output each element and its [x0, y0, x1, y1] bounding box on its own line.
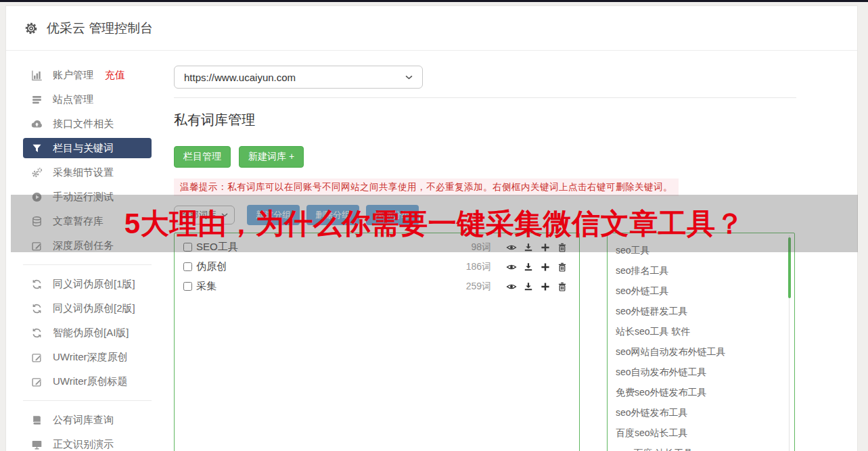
divider [174, 97, 796, 98]
chevron-down-icon [405, 75, 413, 80]
refresh-icon [31, 327, 43, 339]
sidebar-divider [23, 264, 152, 265]
sidebar-item-interface-files[interactable]: 接口文件相关 [6, 112, 168, 136]
keyword-panel: seo工具 seo排名工具 seo外链工具 seo外链群发工具 站长seo工具 … [607, 233, 795, 451]
sidebar-item-sites[interactable]: 站点管理 [6, 87, 168, 112]
lexicon-name: 伪原创 [196, 260, 227, 273]
keyword-item[interactable]: seo排名工具 [616, 260, 785, 281]
sidebar-item-label: 同义词伪原创[1版] [53, 278, 135, 291]
lexicon-row: 采集 259词 [175, 277, 579, 296]
delete-icon[interactable] [557, 281, 568, 292]
sidebar-item-label: UWriter深度原创 [53, 351, 128, 364]
sidebar-item-synonym-v2[interactable]: 同义词伪原创[2版] [6, 296, 168, 321]
delete-icon[interactable] [557, 262, 568, 272]
notice-banner: 温馨提示：私有词库可以在同账号不同网站之间共享使用，不必重复添加。右侧框内关键词… [174, 179, 679, 196]
bar-chart-icon [31, 70, 43, 81]
sidebar-item-label: 智能伪原创[AI版] [53, 327, 129, 339]
sidebar-item-label: 公有词库查询 [53, 414, 114, 427]
lexicon-count: 186词 [466, 261, 491, 273]
keyword-item[interactable]: seo外链群发工具 [616, 301, 785, 321]
keyword-item[interactable]: 站长seo工具 软件 [616, 321, 785, 341]
book-icon [31, 414, 43, 426]
sidebar-item-label: 正文识别演示 [53, 438, 114, 451]
add-icon[interactable] [540, 262, 551, 272]
pencil-square-icon [31, 352, 43, 363]
sidebar-item-columns-keywords[interactable]: 栏目与关键词 [23, 138, 152, 158]
list-icon [31, 94, 43, 105]
lexicon-list-panel: SEO工具 98词 伪原创 186词 [174, 233, 580, 451]
new-lexicon-button[interactable]: 新建词库 + [239, 146, 304, 168]
view-icon[interactable] [506, 281, 517, 292]
sidebar-item-label: 栏目与关键词 [53, 142, 114, 155]
lexicon-count: 259词 [466, 281, 491, 293]
sidebar-item-label: 同义词伪原创[2版] [53, 302, 135, 315]
sidebar-item-uwriter-deep[interactable]: UWriter深度原创 [6, 345, 168, 369]
sidebar-item-label: 账户管理 [53, 69, 93, 82]
keyword-item[interactable]: 百度seo站长工具 [616, 423, 785, 443]
download-icon[interactable] [523, 262, 534, 272]
sidebar-item-label: 接口文件相关 [53, 118, 114, 130]
manage-columns-button[interactable]: 栏目管理 [174, 146, 231, 168]
pencil-square-icon [31, 376, 43, 387]
add-icon[interactable] [540, 281, 551, 292]
site-select[interactable]: https://www.ucaiyun.com [174, 66, 423, 89]
sidebar-item-label: 站点管理 [53, 93, 93, 106]
sidebar-item-collect-settings[interactable]: 采集细节设置 [6, 160, 168, 185]
view-icon[interactable] [506, 262, 517, 272]
download-icon[interactable] [523, 281, 534, 292]
refresh-icon [31, 279, 43, 290]
lexicon-checkbox[interactable] [183, 282, 192, 291]
keyword-item[interactable]: seo外链发布工具 [616, 402, 785, 423]
cloud-upload-icon [31, 118, 43, 130]
sidebar-item-synonym-v1[interactable]: 同义词伪原创[1版] [6, 272, 168, 296]
lexicon-row: 伪原创 186词 [175, 257, 579, 277]
app-title: 优采云 管理控制台 [47, 20, 153, 37]
refresh-icon [31, 303, 43, 314]
promo-banner-text: 5大理由，为什么你需要一键采集微信文章工具？ [124, 205, 744, 243]
sidebar-item-account[interactable]: 账户管理 充值 [6, 63, 168, 87]
sidebar-item-uwriter-title[interactable]: UWriter原创标题 [6, 369, 168, 394]
keyword-item[interactable]: seo自动发布外链工具 [616, 362, 785, 382]
sidebar-item-label: UWriter原创标题 [53, 375, 128, 388]
page-title: 私有词库管理 [174, 111, 796, 129]
lexicon-name: 采集 [196, 280, 216, 293]
promo-banner-overlay[interactable]: 5大理由，为什么你需要一键采集微信文章工具？ [11, 195, 858, 252]
sidebar-item-content-recognition[interactable]: 正文识别演示 [6, 432, 168, 451]
keyword-item[interactable]: seo网站自动发布外链工具 [616, 341, 785, 362]
gear-icon [24, 22, 38, 35]
keyword-item[interactable]: seo外链工具 [616, 281, 785, 301]
keyword-item[interactable]: 免费seo外链发布工具 [616, 382, 785, 402]
monitor-icon [31, 439, 43, 450]
cogs-icon [31, 167, 43, 179]
site-select-value: https://www.ucaiyun.com [184, 72, 296, 83]
sidebar-item-ai-rewrite[interactable]: 智能伪原创[AI版] [6, 321, 168, 345]
sidebar-item-public-lexicon[interactable]: 公有词库查询 [6, 408, 168, 432]
keyword-item[interactable]: seo 百度 站长工具 [616, 443, 785, 451]
sidebar-item-label: 采集细节设置 [53, 166, 114, 179]
top-strip [0, 0, 868, 2]
lexicon-checkbox[interactable] [183, 262, 192, 271]
recharge-badge[interactable]: 充值 [105, 69, 125, 82]
sidebar-divider [23, 400, 152, 401]
app-header: 优采云 管理控制台 [6, 6, 857, 51]
filter-icon [31, 143, 43, 154]
